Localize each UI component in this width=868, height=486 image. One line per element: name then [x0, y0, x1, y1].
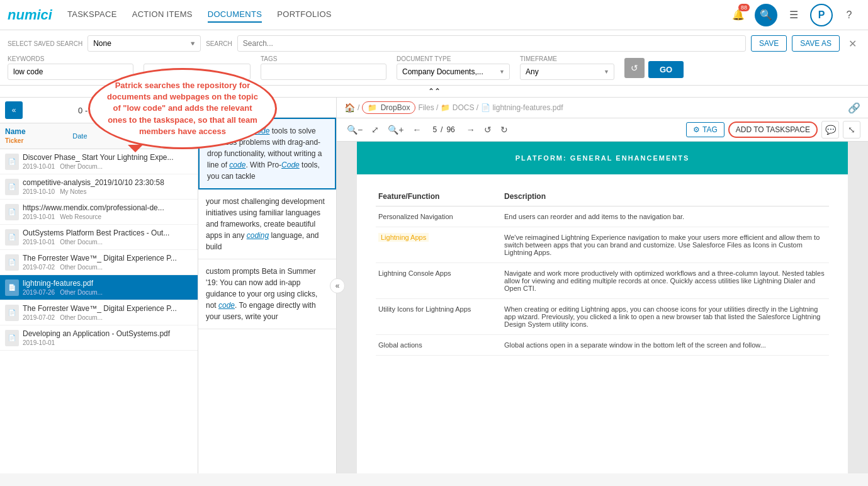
doc-list-item[interactable]: 📄 The Forrester Wave™_ Digital Experienc… [0, 300, 198, 325]
feature-cell: Lightning Apps [376, 227, 502, 263]
tags-group: TAGS [261, 55, 386, 80]
saved-search-wrapper[interactable]: None ▼ [87, 35, 201, 52]
nav-documents[interactable]: DOCUMENTS [208, 7, 262, 23]
doc-meta: 2019-07-26 Other Docum... [23, 289, 193, 296]
timeframe-value: Any [526, 67, 539, 76]
doc-list-item[interactable]: 📄 Developing an Application - OutSystems… [0, 325, 198, 351]
col-date-header[interactable]: Date [72, 132, 129, 140]
add-to-taskspace-button[interactable]: ADD TO TASKSPACE [728, 122, 818, 138]
doc-list-item[interactable]: 📄 lightning-features.pdf 2019-07-26 Othe… [0, 275, 198, 300]
prev-page-button[interactable]: « [5, 101, 23, 119]
doc-date: 2019-10-01 [23, 163, 55, 170]
refresh-button[interactable]: ↺ [624, 58, 645, 78]
match-highlight-code1: code [229, 161, 245, 169]
tags-input[interactable] [261, 64, 386, 80]
doc-file-icon: 📄 [8, 334, 16, 341]
tag-button[interactable]: ⚙ TAG [686, 122, 724, 137]
next-doc-page-button[interactable]: → [464, 123, 478, 136]
zoom-in-button[interactable]: 🔍+ [385, 123, 406, 136]
match-item-1[interactable]: by using low- code tools to solve busine… [198, 118, 336, 189]
doc-list-item[interactable]: 📄 OutSystems Platform Best Practices - O… [0, 225, 198, 250]
desc-cell: Global actions open in a separate window… [502, 335, 829, 356]
col-type-header[interactable]: Doc Type [129, 132, 186, 140]
viewer-toolbar: 🔍− ⤢ 🔍+ ← 5 / 96 → ↺ ↻ ⚙ TAG ADD TO TASK… [337, 118, 868, 142]
feature-link[interactable]: Lightning Apps [378, 233, 429, 242]
doc-list-header: Name Ticker Date Doc Type ? [0, 123, 198, 149]
doc-type-wrapper[interactable]: Company Documents,... [397, 64, 510, 80]
search-row2: KEYWORDS _ TAGS DOCUMENT TYPE Company Do… [8, 55, 860, 80]
match-item-2[interactable]: your most challenging development initia… [198, 189, 336, 259]
action-buttons: ↺ GO [624, 58, 684, 78]
collapse-side-button[interactable]: « [330, 278, 345, 293]
feature-cell: Utility Icons for Lightning Apps [376, 299, 502, 335]
doc-icon: 📄 [5, 330, 19, 346]
expand-button[interactable]: ⤡ [843, 121, 860, 138]
match-item-3[interactable]: custom prompts Beta in Summer '19: You c… [198, 259, 336, 329]
breadcrumb-home-icon[interactable]: 🏠 [344, 103, 355, 113]
share-icon[interactable]: 🔗 [848, 102, 860, 114]
doc-icon: 📄 [5, 254, 19, 271]
fit-page-button[interactable]: ⤢ [369, 123, 381, 136]
doc-meta: 2019-10-01 [23, 339, 193, 346]
doc-file-icon: 📄 [8, 259, 16, 266]
save-as-button[interactable]: SAVE AS [792, 35, 840, 52]
doc-name: Developing an Application - OutSystems.p… [23, 329, 193, 338]
search-label: SEARCH [206, 40, 232, 47]
dropbox-folder-icon: 📁 [368, 103, 377, 112]
doc-icon: 📄 [5, 229, 19, 246]
search-main-input[interactable] [237, 35, 746, 52]
doc-type-select[interactable]: Company Documents,... [397, 64, 510, 80]
collapse-icon: ⌃⌃ [428, 87, 441, 96]
feature-cell: Personalized Navigation [376, 206, 502, 227]
breadcrumb-dropbox-link[interactable]: 📁 DropBox [362, 101, 415, 114]
nav-portfolios[interactable]: PORTFOLIOS [277, 7, 332, 23]
menu-button[interactable]: ☰ [782, 4, 805, 26]
help-button[interactable]: ? [838, 4, 860, 26]
secondary-input[interactable] [144, 64, 251, 80]
tags-label: TAGS [261, 55, 386, 62]
zoom-out-button[interactable]: 🔍− [344, 123, 365, 136]
header: numici TASKSPACE ACTION ITEMS DOCUMENTS … [0, 0, 868, 30]
rotate-cw-button[interactable]: ↻ [498, 123, 510, 136]
doc-date: 2019-07-26 [23, 289, 55, 296]
saved-search-label: SELECT SAVED SEARCH [8, 40, 82, 47]
profile-button[interactable]: P [810, 4, 833, 26]
keywords-input[interactable] [8, 64, 133, 80]
doc-table: Feature/Function Description Personalize… [357, 174, 848, 368]
doc-page: PLATFORM: GENERAL ENHANCEMENTS Feature/F… [357, 142, 848, 473]
doc-icon: 📄 [5, 204, 19, 220]
timeframe-select[interactable]: Any [520, 64, 614, 80]
doc-list-item[interactable]: 📄 Discover Phase_ Start Your Lightning E… [0, 149, 198, 174]
collapse-bar[interactable]: ⌃⌃ [0, 86, 868, 98]
doc-list-item[interactable]: 📄 https://www.mendix.com/professional-de… [0, 200, 198, 225]
col-name-header[interactable]: Name Ticker [5, 127, 72, 145]
timeframe-wrapper[interactable]: Any [520, 64, 614, 80]
prev-doc-page-button[interactable]: ← [410, 123, 424, 136]
doc-name: OutSystems Platform Best Practices - Out… [23, 229, 193, 237]
feature-cell: Global actions [376, 335, 502, 356]
rotate-ccw-button[interactable]: ↺ [482, 123, 494, 136]
total-pages: 96 [446, 125, 454, 134]
help-icon[interactable]: ? [188, 132, 193, 140]
doc-file-icon: 📄 [8, 183, 16, 190]
doc-list-item[interactable]: 📄 competitive-analysis_2019/10/10 23:30:… [0, 174, 198, 200]
doc-page-header: PLATFORM: GENERAL ENHANCEMENTS [357, 142, 848, 174]
doc-file-icon: 📄 [8, 309, 16, 316]
doc-info: Developing an Application - OutSystems.p… [23, 329, 193, 346]
close-search-button[interactable]: ✕ [845, 37, 860, 51]
main-content: « 0 - 19 of 19 » Name Ticker Date Doc Ty… [0, 98, 868, 473]
save-button[interactable]: SAVE [751, 35, 787, 52]
notification-bell-button[interactable]: 🔔 88 [727, 4, 750, 26]
nav-taskspace[interactable]: TASKSPACE [67, 7, 117, 23]
nav-action-items[interactable]: ACTION ITEMS [132, 7, 193, 23]
doc-list-item[interactable]: 📄 The Forrester Wave™_ Digital Experienc… [0, 250, 198, 275]
keywords-group: KEYWORDS [8, 55, 133, 80]
doc-type-label: DOCUMENT TYPE [397, 55, 510, 62]
comment-button[interactable]: 💬 [821, 121, 839, 138]
go-button[interactable]: GO [648, 61, 684, 78]
search-bar-area: Patrick searches the repository for docu… [0, 30, 868, 86]
saved-search-chevron-icon: ▼ [189, 40, 195, 47]
doc-meta: 2019-07-02 Other Docum... [23, 314, 193, 321]
search-button[interactable]: 🔍 [755, 4, 777, 26]
next-page-button[interactable]: » [175, 101, 193, 119]
